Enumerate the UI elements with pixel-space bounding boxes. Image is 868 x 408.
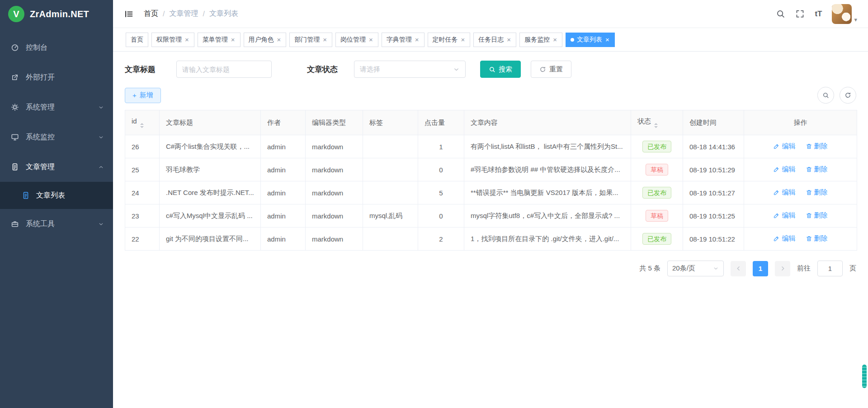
column-header-editor: 编辑器类型 (306, 110, 363, 135)
main-area: 首页 / 文章管理 / 文章列表 tT ▾ (113, 0, 868, 408)
tab-post-manage[interactable]: 岗位管理 × (335, 33, 378, 47)
tab-task-log[interactable]: 任务日志 × (473, 33, 516, 47)
close-icon[interactable]: × (277, 36, 282, 43)
sidebar-item-article-list[interactable]: 文章列表 (0, 182, 113, 209)
cell-tags (363, 158, 418, 181)
scrollbar-thumb[interactable] (862, 365, 867, 388)
app-logo[interactable]: V ZrAdmin.NET (0, 0, 113, 28)
sidebar-item-system-tools[interactable]: 系统工具 (0, 209, 113, 239)
tab-user-role[interactable]: 用户角色 × (244, 33, 287, 47)
cell-status: 已发布 (631, 181, 683, 204)
tab-menu-manage[interactable]: 菜单管理 × (198, 33, 241, 47)
trash-icon (806, 143, 812, 150)
cell-created: 08-19 10:51:25 (683, 204, 744, 228)
cell-editor: markdown (306, 228, 363, 251)
cell-author: admin (261, 228, 306, 251)
edit-button[interactable]: 编辑 (773, 188, 795, 197)
tab-article-list[interactable]: 文章列表 × (566, 33, 615, 47)
reset-button[interactable]: 重置 (531, 61, 571, 78)
sidebar-item-external[interactable]: 外部打开 (0, 62, 113, 92)
sort-icon (140, 123, 144, 128)
toggle-search-button[interactable] (817, 87, 834, 104)
sidebar-menu: 控制台 外部打开 系统管理 系统监控 文章管理 (0, 28, 113, 408)
column-header-id[interactable]: id (125, 110, 160, 135)
sidebar-item-system-manage[interactable]: 系统管理 (0, 92, 113, 122)
delete-button[interactable]: 删除 (806, 211, 828, 220)
delete-button[interactable]: 删除 (806, 165, 828, 174)
close-icon[interactable]: × (552, 36, 557, 43)
cell-id: 22 (125, 228, 160, 251)
delete-button[interactable]: 删除 (806, 188, 828, 197)
sidebar-item-dashboard[interactable]: 控制台 (0, 33, 113, 62)
table-row: 26 C#两个list集合实现关联，... admin markdown 1 有… (125, 135, 857, 158)
tab-label: 权限管理 (156, 36, 182, 44)
article-title-input[interactable] (176, 61, 272, 78)
sidebar-item-article-manage[interactable]: 文章管理 (0, 152, 113, 182)
refresh-icon (539, 66, 546, 73)
cell-status: 草稿 (631, 158, 683, 181)
close-icon[interactable]: × (506, 36, 511, 43)
add-button-label: 新增 (140, 91, 153, 100)
toolbox-icon (11, 220, 19, 228)
document-icon (22, 191, 30, 199)
close-icon[interactable]: × (415, 36, 420, 43)
close-icon[interactable]: × (231, 36, 236, 43)
edit-button[interactable]: 编辑 (773, 165, 795, 174)
column-header-content: 文章内容 (464, 110, 631, 135)
table-row: 25 羽毛球教学 admin markdown 0 #羽毛球拍参数说明 ## 中… (125, 158, 857, 181)
active-dot-icon (571, 38, 574, 42)
cell-title: .NET Core 发布时提示.NET... (160, 181, 261, 204)
breadcrumb-home[interactable]: 首页 (144, 9, 158, 19)
sidebar-item-system-monitor[interactable]: 系统监控 (0, 122, 113, 152)
tab-dept-manage[interactable]: 部门管理 × (289, 33, 332, 47)
tab-label: 用户角色 (249, 36, 274, 44)
search-icon (489, 66, 495, 73)
goto-page-input[interactable] (817, 261, 843, 276)
prev-page-button[interactable] (731, 261, 746, 276)
add-button[interactable]: + 新增 (125, 88, 161, 103)
chevron-down-icon (98, 221, 104, 227)
tab-permission-manage[interactable]: 权限管理 × (151, 33, 194, 47)
tab-dict-manage[interactable]: 字典管理 × (382, 33, 425, 47)
search-icon[interactable] (776, 9, 785, 19)
article-status-select[interactable]: 请选择 (354, 61, 466, 78)
tab-home[interactable]: 首页 (126, 33, 148, 47)
edit-button[interactable]: 编辑 (773, 142, 795, 151)
close-icon[interactable]: × (322, 36, 327, 43)
user-menu[interactable]: ▾ (832, 4, 857, 24)
table-row: 23 c#写入Mysql中文显示乱码 ... admin markdown my… (125, 204, 857, 228)
close-icon[interactable]: × (368, 36, 373, 43)
delete-button[interactable]: 删除 (806, 142, 828, 151)
refresh-table-button[interactable] (840, 87, 856, 104)
page-size-select[interactable]: 20条/页 (667, 261, 724, 276)
cell-id: 25 (125, 158, 160, 181)
cell-clicks: 0 (418, 158, 464, 181)
cell-actions: 编辑 删除 (744, 135, 857, 158)
edit-button[interactable]: 编辑 (773, 211, 795, 220)
breadcrumb: 首页 / 文章管理 / 文章列表 (144, 9, 238, 19)
fullscreen-icon[interactable] (795, 9, 805, 19)
sidebar-toggle-button[interactable] (124, 9, 134, 19)
search-icon (822, 92, 829, 99)
next-page-button[interactable] (775, 261, 790, 276)
close-icon[interactable]: × (184, 36, 189, 43)
caret-down-icon: ▾ (854, 16, 857, 24)
cell-actions: 编辑 删除 (744, 181, 857, 204)
page-unit-label: 页 (849, 264, 856, 273)
tab-label: 首页 (131, 36, 143, 44)
chevron-up-icon (98, 164, 104, 170)
status-badge: 已发布 (642, 187, 671, 199)
close-icon[interactable]: × (461, 36, 466, 43)
search-button[interactable]: 搜索 (480, 61, 521, 78)
cell-title: 羽毛球教学 (160, 158, 261, 181)
delete-button[interactable]: 删除 (806, 234, 828, 243)
edit-button[interactable]: 编辑 (773, 234, 795, 243)
close-icon[interactable]: × (605, 36, 610, 43)
cell-title: git 为不同的项目设置不同... (160, 228, 261, 251)
column-header-status[interactable]: 状态 (631, 110, 683, 135)
tab-scheduled-task[interactable]: 定时任务 × (428, 33, 471, 47)
tab-service-monitor[interactable]: 服务监控 × (519, 33, 562, 47)
font-size-icon[interactable]: tT (815, 9, 822, 19)
chevron-down-icon (98, 104, 104, 110)
page-number-button[interactable]: 1 (753, 261, 768, 276)
